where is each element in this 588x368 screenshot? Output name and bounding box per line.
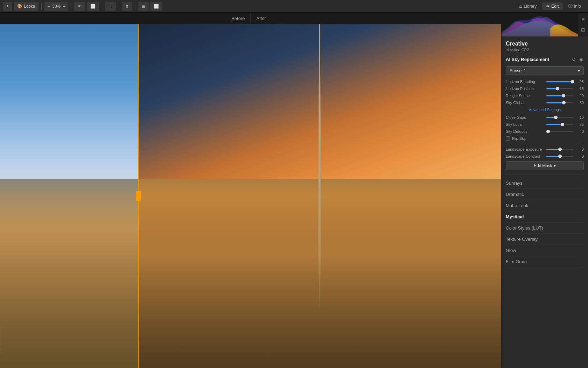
looks-icon: 🎨: [17, 4, 22, 9]
close-gaps-value: 10: [575, 115, 584, 120]
crop-icon: ⬚: [108, 4, 112, 9]
reset-button[interactable]: ↺: [571, 56, 576, 63]
before-label: Before: [0, 13, 251, 24]
nav-item-texture_overlay[interactable]: Texture Overlay: [506, 234, 584, 245]
divider-1: [506, 144, 584, 144]
fullscreen-icon: ⬜: [154, 4, 159, 9]
grid-button[interactable]: ⊞: [138, 2, 149, 11]
nav-item-glow[interactable]: Glow: [506, 245, 584, 256]
sky-local-fill: [546, 124, 562, 125]
horizon-blending-label: Horizon Blending: [506, 80, 544, 84]
horizon-blending-value: 98: [575, 80, 584, 84]
landscape-exposure-row: Landscape Exposure 0: [506, 147, 584, 151]
compare-button[interactable]: ⬜: [87, 2, 99, 11]
close-gaps-thumb[interactable]: [554, 116, 558, 119]
flip-sky-checkbox[interactable]: [506, 136, 510, 141]
sky-local-label: Sky Local: [506, 122, 544, 127]
sky-defocus-value: 0: [575, 129, 584, 134]
sky-preset-value: Sunset 1: [510, 68, 526, 73]
zoom-plus-button[interactable]: +: [62, 4, 66, 9]
file-name: elevated.CR2: [506, 48, 584, 52]
sliders-icon[interactable]: ⊟: [579, 26, 587, 34]
flip-sky-row: Flip Sky: [506, 136, 584, 141]
separator-5: [135, 3, 135, 10]
grid-icon: ⊞: [142, 4, 145, 9]
crop-button[interactable]: ⬚: [105, 2, 116, 11]
chevron-down-icon-2: ▾: [554, 163, 556, 168]
horizon-position-value: -16: [575, 87, 584, 91]
nav-item-dramatic[interactable]: Dramatic: [506, 189, 584, 200]
nav-item-mystical[interactable]: Mystical: [506, 211, 584, 223]
separator-4: [119, 3, 119, 10]
sky-local-thumb[interactable]: [561, 123, 564, 126]
landscape-exposure-thumb[interactable]: [558, 148, 562, 151]
sky-global-track[interactable]: [546, 102, 573, 103]
sky-global-thumb[interactable]: [562, 101, 566, 104]
add-button[interactable]: +: [3, 2, 12, 11]
nav-item-color_styles[interactable]: Color Styles (LUT): [506, 223, 584, 234]
split-handle[interactable]: [136, 191, 141, 201]
landscape-contrast-value: 0: [575, 154, 584, 158]
looks-button[interactable]: 🎨 Looks: [14, 2, 38, 11]
horizon-blending-track[interactable]: [546, 81, 573, 82]
horizon-position-thumb[interactable]: [556, 87, 559, 90]
sky-defocus-track[interactable]: [546, 131, 573, 132]
landscape-exposure-track[interactable]: [546, 149, 573, 150]
edit-tab[interactable]: ✏ Edit: [542, 2, 563, 10]
eye-icon: 👁: [78, 4, 82, 9]
sky-defocus-thumb[interactable]: [546, 130, 550, 133]
library-icon: 🗂: [518, 4, 523, 9]
panel-content: Creative elevated.CR2 AI Sky Replacement…: [502, 36, 588, 368]
horizon-blending-fill: [546, 81, 573, 82]
relight-scene-thumb[interactable]: [562, 94, 565, 97]
after-label: After: [251, 13, 502, 24]
zoom-value: 38%: [52, 4, 61, 9]
relight-scene-track[interactable]: [546, 95, 573, 96]
edit-mask-button[interactable]: Edit Mask ▾: [506, 161, 584, 170]
flip-sky-label: Flip Sky: [512, 136, 526, 141]
info-tab[interactable]: ⓘ Info: [564, 2, 585, 11]
horizon-blending-row: Horizon Blending 98: [506, 80, 584, 84]
landscape-exposure-value: 0: [575, 147, 584, 151]
photo-after: [138, 24, 501, 368]
share-button[interactable]: ⬆: [122, 2, 132, 11]
sky-local-track[interactable]: [546, 124, 573, 125]
compare-icon: ⬜: [90, 4, 96, 9]
toggle-button[interactable]: ◉: [579, 56, 584, 63]
image-canvas[interactable]: © Matthew Browne: [0, 24, 501, 368]
sky-local-value: 25: [575, 122, 584, 127]
sky-global-row: Sky Global 30: [506, 101, 584, 105]
sky-defocus-label: Sky Defocus: [506, 129, 544, 134]
nav-item-film_grain[interactable]: Film Grain: [506, 256, 584, 267]
chevron-down-icon: ▾: [578, 68, 580, 73]
nav-item-matte_look[interactable]: Matte Look: [506, 200, 584, 211]
toolbar: + 🎨 Looks − 38% + 👁 ⬜ ⬚ ⬆ ⊞ ⬜ 🗂 Library …: [0, 0, 588, 13]
image-area[interactable]: Before After © Matthew Browne: [0, 13, 501, 368]
zoom-minus-button[interactable]: −: [47, 4, 51, 9]
preview-button[interactable]: 👁: [74, 2, 85, 11]
nav-item-sunrays[interactable]: Sunrays: [506, 178, 584, 189]
relight-scene-row: Relight Scene 29: [506, 94, 584, 98]
close-gaps-label: Close Gaps: [506, 115, 544, 120]
info-icon: ⓘ: [568, 3, 573, 9]
fullscreen-button[interactable]: ⬜: [150, 2, 162, 11]
layers-icon[interactable]: ≡: [579, 15, 587, 23]
sky-preset-dropdown[interactable]: Sunset 1 ▾: [506, 66, 584, 75]
library-tab[interactable]: 🗂 Library: [514, 2, 541, 10]
before-after-bar: Before After: [0, 13, 501, 24]
landscape-contrast-label: Landscape Contrast: [506, 154, 544, 158]
sky-replacement-title: AI Sky Replacement: [506, 57, 549, 62]
separator-2: [71, 3, 71, 10]
sky-defocus-row: Sky Defocus 0: [506, 129, 584, 134]
zoom-control: − 38% +: [44, 2, 68, 11]
advanced-settings-toggle[interactable]: Advanced Settings: [506, 108, 584, 112]
horizon-position-track[interactable]: [546, 88, 573, 89]
histogram-chart: [502, 13, 578, 36]
horizon-blending-thumb[interactable]: [571, 80, 574, 83]
relight-scene-label: Relight Scene: [506, 94, 544, 98]
sky-header-controls: ↺ ◉: [571, 56, 584, 63]
panel-icon-strip: ≡ ⊟: [578, 13, 588, 36]
close-gaps-track[interactable]: [546, 117, 573, 118]
landscape-contrast-track[interactable]: [546, 156, 573, 157]
landscape-contrast-thumb[interactable]: [558, 155, 562, 158]
